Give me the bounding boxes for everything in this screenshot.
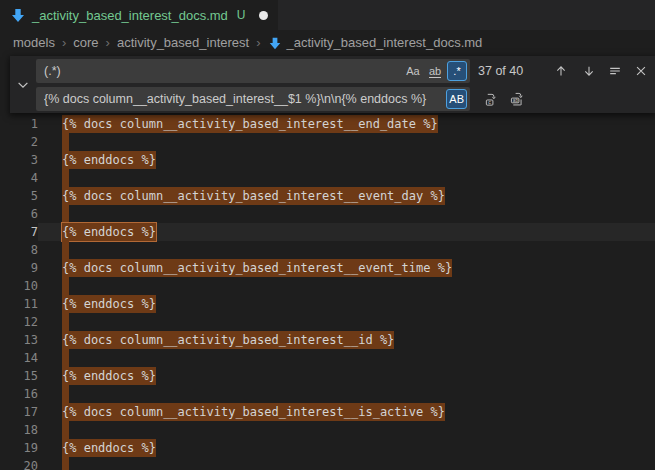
match-highlight [62, 313, 69, 331]
vscode-window: { "tab_bar": { "active_tab": { "file_ico… [0, 0, 655, 470]
editor-line[interactable]: 2 [0, 133, 655, 151]
editor-line[interactable]: 8 [0, 241, 655, 259]
arrow-up-icon [554, 64, 568, 78]
match-case-toggle[interactable]: Aa [403, 61, 423, 81]
whole-word-label: ab [429, 65, 441, 78]
breadcrumb-item-file[interactable]: _activity_based_interest_docs.md [268, 35, 483, 50]
next-match-button[interactable] [578, 60, 600, 82]
match-highlight: {% docs column__activity_based_interest_… [62, 115, 438, 133]
markdown-icon [268, 36, 282, 50]
match-highlight: {% enddocs %} [62, 295, 156, 313]
editor-line[interactable]: 16 [0, 385, 655, 403]
editor-line[interactable]: 10 [0, 277, 655, 295]
tab-active-file[interactable]: _activity_based_interest_docs.md U [0, 0, 278, 30]
editor-line[interactable]: 5{% docs column__activity_based_interest… [0, 187, 655, 205]
chevron-right-icon: › [62, 35, 66, 50]
editor-line[interactable]: 18 [0, 421, 655, 439]
replace-icon: c [484, 92, 499, 107]
line-number: 12 [0, 313, 38, 331]
replace-toggles: AB [446, 89, 467, 109]
line-number: 7 [0, 223, 38, 241]
breadcrumb-item-core[interactable]: core [73, 35, 98, 50]
close-icon [634, 64, 648, 78]
git-untracked-badge: U [237, 8, 246, 22]
editor-line[interactable]: 12 [0, 313, 655, 331]
line-number: 18 [0, 421, 38, 439]
editor-line[interactable]: 11{% enddocs %} [0, 295, 655, 313]
line-number: 15 [0, 367, 38, 385]
editor-line[interactable]: 20 [0, 457, 655, 470]
editor-line[interactable]: 13{% docs column__activity_based_interes… [0, 331, 655, 349]
line-number: 20 [0, 457, 38, 470]
modified-dot-icon[interactable] [259, 11, 268, 20]
find-replace-widget: (.*) Aa ab .* 37 of 40 {% docs column__a… [10, 56, 655, 113]
editor-line[interactable]: 9{% docs column__activity_based_interest… [0, 259, 655, 277]
selection-icon [608, 64, 622, 78]
match-highlight: {% enddocs %} [62, 151, 156, 169]
arrow-down-icon [582, 64, 596, 78]
editor-line[interactable]: 15{% enddocs %} [0, 367, 655, 385]
replace-value: {% docs column__activity_based_interest_… [44, 92, 446, 106]
replace-button[interactable]: c [480, 88, 502, 110]
editor-lines: 1{% docs column__activity_based_interest… [0, 115, 655, 470]
toggle-replace-button[interactable] [10, 56, 36, 113]
match-highlight [62, 457, 69, 470]
match-highlight: {% docs column__activity_based_interest_… [62, 403, 445, 421]
find-value: (.*) [44, 64, 403, 78]
match-highlight: {% docs column__activity_based_interest_… [62, 187, 445, 205]
line-number: 3 [0, 151, 38, 169]
replace-all-icon: ab [510, 92, 525, 107]
breadcrumb-item-activity-based-interest[interactable]: activity_based_interest [117, 35, 249, 50]
breadcrumb-item-models[interactable]: models [13, 35, 55, 50]
whole-word-toggle[interactable]: ab [425, 61, 445, 81]
editor-line[interactable]: 1{% docs column__activity_based_interest… [0, 115, 655, 133]
find-toggles: Aa ab .* [403, 61, 467, 81]
previous-match-button[interactable] [550, 60, 572, 82]
editor-line[interactable]: 19{% enddocs %} [0, 439, 655, 457]
find-input[interactable]: (.*) Aa ab .* [36, 59, 470, 83]
match-highlight [62, 241, 69, 259]
match-highlight [62, 169, 69, 187]
match-highlight: {% enddocs %} [62, 367, 156, 385]
markdown-icon [10, 7, 26, 23]
match-highlight: {% docs column__activity_based_interest_… [62, 331, 394, 349]
chevron-right-icon: › [256, 35, 260, 50]
match-highlight [62, 385, 69, 403]
match-highlight: {% docs column__activity_based_interest_… [62, 259, 452, 277]
match-highlight [62, 421, 69, 439]
breadcrumb: models › core › activity_based_interest … [0, 30, 655, 55]
line-number: 2 [0, 133, 38, 151]
line-number: 9 [0, 259, 38, 277]
editor-line-current-match[interactable]: 7{% enddocs %} [0, 223, 655, 241]
line-number: 4 [0, 169, 38, 187]
match-highlight: {% enddocs %} [62, 439, 156, 457]
editor-line[interactable]: 17{% docs column__activity_based_interes… [0, 403, 655, 421]
breadcrumb-filename: _activity_based_interest_docs.md [287, 35, 483, 50]
editor-line[interactable]: 4 [0, 169, 655, 187]
editor-line[interactable]: 14 [0, 349, 655, 367]
tab-bar: _activity_based_interest_docs.md U [0, 0, 655, 30]
line-number: 6 [0, 205, 38, 223]
line-number: 8 [0, 241, 38, 259]
chevron-right-icon: › [106, 35, 110, 50]
line-number: 14 [0, 349, 38, 367]
line-number: 16 [0, 385, 38, 403]
match-highlight [62, 349, 69, 367]
editor-line[interactable]: 6 [0, 205, 655, 223]
match-highlight [62, 133, 69, 151]
preserve-case-toggle[interactable]: AB [446, 89, 467, 109]
editor-line[interactable]: 3{% enddocs %} [0, 151, 655, 169]
editor[interactable]: 1{% docs column__activity_based_interest… [0, 55, 655, 470]
line-number: 10 [0, 277, 38, 295]
close-find-button[interactable] [630, 60, 652, 82]
match-highlight [62, 205, 69, 223]
regex-toggle[interactable]: .* [447, 61, 467, 81]
line-number: 17 [0, 403, 38, 421]
svg-text:ab: ab [512, 98, 518, 103]
replace-all-button[interactable]: ab [506, 88, 528, 110]
find-in-selection-button[interactable] [604, 60, 626, 82]
current-match-highlight: {% enddocs %} [62, 223, 156, 241]
replace-input[interactable]: {% docs column__activity_based_interest_… [36, 87, 470, 111]
line-number: 5 [0, 187, 38, 205]
results-count: 37 of 40 [478, 59, 523, 83]
